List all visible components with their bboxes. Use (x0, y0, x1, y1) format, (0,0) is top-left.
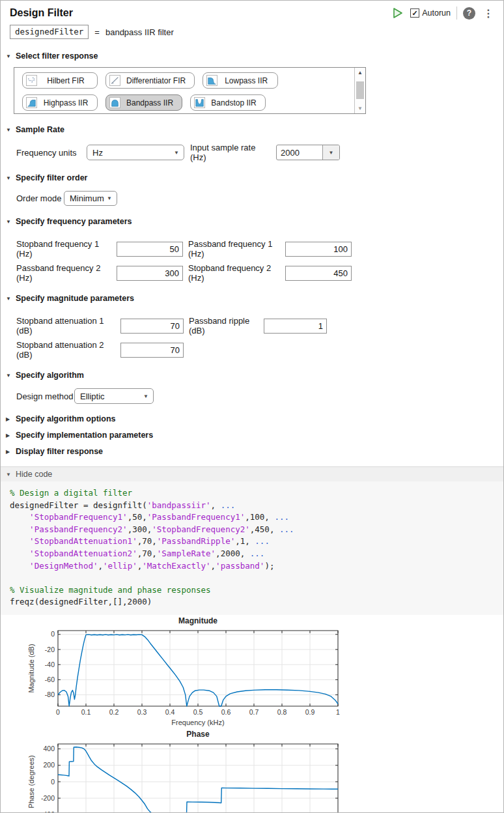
scroll-up-icon[interactable]: ▲ (357, 68, 363, 78)
task-header: Design Filter ✓ Autorun ? ⋮ (1, 1, 503, 21)
svg-text:-60: -60 (45, 676, 55, 683)
collapse-triangle-icon: ▶ (6, 416, 12, 422)
stopband-frequency-2-label: Stopband frequency 2 (Hz) (188, 263, 285, 283)
svg-text:0.8: 0.8 (277, 708, 287, 716)
collapse-triangle-icon: ▼ (6, 472, 12, 478)
filter-response-gallery: Hilbert FIR Differentiator FIR Lowpass I… (14, 67, 366, 114)
collapse-triangle-icon: ▼ (6, 175, 12, 181)
section-display-filter-response[interactable]: ▶ Display filter response (1, 447, 503, 456)
design-method-label: Design method (16, 392, 74, 401)
question-icon: ? (467, 8, 471, 18)
output-variable-row: designedFilter = bandpass IIR filter (1, 21, 503, 40)
scroll-down-icon[interactable]: ▼ (357, 104, 363, 113)
collapse-triangle-icon: ▼ (6, 296, 12, 302)
svg-text:Magnitude (dB): Magnitude (dB) (27, 644, 35, 692)
collapse-triangle-icon: ▶ (6, 449, 12, 455)
order-mode-label: Order mode (16, 193, 64, 203)
stopband-attenuation-1-label: Stopband attenuation 1 (dB) (16, 316, 120, 335)
section-algorithm-options[interactable]: ▶ Specify algorithm options (1, 414, 503, 423)
gallery-item-lowpass-iir[interactable]: Lowpass IIR (203, 72, 278, 89)
frequency-units-label: Frequency units (16, 148, 87, 158)
design-method-dropdown[interactable]: Elliptic ▼ (74, 388, 154, 404)
svg-text:-40: -40 (45, 661, 55, 668)
hide-code-toggle[interactable]: ▼ Hide code (1, 466, 503, 481)
section-select-filter-response[interactable]: ▼ Select filter response (1, 51, 503, 61)
section-title: Specify frequency parameters (16, 217, 132, 226)
gallery-scrollbar[interactable]: ▲ ▼ (354, 68, 365, 113)
lowpass-iir-icon (206, 75, 217, 86)
bandpass-iir-icon (109, 97, 120, 108)
stopband-frequency-2-field[interactable] (285, 266, 352, 281)
stopband-frequency-1-field[interactable] (117, 242, 183, 257)
svg-text:-80: -80 (45, 691, 55, 698)
combobox-arrow-button[interactable]: ▼ (322, 145, 339, 160)
bandstop-iir-icon (194, 97, 205, 108)
play-icon (392, 7, 404, 19)
section-specify-algorithm[interactable]: ▼ Specify algorithm (1, 371, 503, 380)
svg-text:Phase: Phase (186, 730, 210, 739)
generated-code-block[interactable]: % Design a digital filterdesignedFilter … (1, 481, 503, 615)
passband-frequency-1-label: Passband frequency 1 (Hz) (188, 239, 285, 259)
svg-text:0.1: 0.1 (81, 708, 91, 716)
stopband-attenuation-2-field[interactable] (120, 343, 184, 358)
section-title: Sample Rate (16, 125, 64, 134)
svg-text:-200: -200 (41, 794, 55, 802)
svg-text:-20: -20 (45, 645, 55, 653)
svg-text:Phase (degrees): Phase (degrees) (27, 755, 35, 808)
svg-text:0.9: 0.9 (305, 708, 315, 716)
section-filter-order[interactable]: ▼ Specify filter order (1, 173, 503, 182)
svg-text:Magnitude: Magnitude (178, 616, 217, 625)
chevron-down-icon: ▼ (107, 195, 112, 201)
autorun-checkbox[interactable]: ✓ (410, 8, 419, 18)
hide-code-label: Hide code (16, 470, 52, 479)
section-title: Display filter response (16, 447, 103, 456)
gallery-item-highpass-iir[interactable]: Highpass IIR (22, 94, 98, 111)
section-title: Specify algorithm options (16, 414, 116, 423)
phase-chart: PhasePhase (degrees)00.10.20.30.40.50.60… (27, 728, 503, 813)
chevron-down-icon: ▼ (143, 393, 148, 399)
svg-text:0: 0 (51, 630, 55, 638)
page-title: Design Filter (10, 7, 73, 19)
stopband-attenuation-1-field[interactable] (120, 319, 184, 334)
filter-description: bandpass IIR filter (105, 27, 174, 37)
svg-text:Frequency (kHz): Frequency (kHz) (171, 719, 224, 726)
section-title: Specify filter order (16, 173, 87, 182)
differentiator-fir-icon (109, 75, 120, 86)
collapse-triangle-icon: ▼ (6, 53, 12, 59)
section-frequency-parameters[interactable]: ▼ Specify frequency parameters (1, 217, 503, 226)
section-magnitude-parameters[interactable]: ▼ Specify magnitude parameters (1, 294, 503, 303)
gallery-item-bandpass-iir[interactable]: Bandpass IIR (105, 94, 182, 111)
help-button[interactable]: ? (463, 7, 475, 20)
section-title: Select filter response (16, 51, 98, 61)
passband-ripple-field[interactable] (264, 319, 327, 334)
input-sample-rate-combobox[interactable]: 2000 ▼ (276, 145, 340, 160)
svg-text:0.6: 0.6 (221, 708, 231, 716)
scrollbar-thumb[interactable] (356, 81, 364, 99)
section-title: Specify magnitude parameters (16, 294, 134, 303)
section-implementation-parameters[interactable]: ▶ Specify implementation parameters (1, 431, 503, 440)
run-button[interactable] (391, 7, 404, 20)
section-title: Specify algorithm (16, 371, 84, 380)
svg-text:-400: -400 (41, 810, 55, 813)
stopband-attenuation-2-label: Stopband attenuation 2 (dB) (16, 340, 120, 360)
svg-text:1: 1 (336, 708, 340, 716)
svg-text:0.3: 0.3 (137, 708, 147, 716)
section-sample-rate[interactable]: ▼ Sample Rate (1, 125, 503, 134)
passband-frequency-2-field[interactable] (117, 266, 183, 281)
output-variable-field[interactable]: designedFilter (10, 25, 89, 39)
order-mode-dropdown[interactable]: Minimum ▼ (64, 191, 117, 206)
magnitude-chart: MagnitudeMagnitude (dB)00.10.20.30.40.50… (27, 615, 503, 728)
passband-frequency-2-label: Passband frequency 2 (Hz) (16, 263, 117, 283)
options-menu-button[interactable]: ⋮ (481, 7, 496, 20)
gallery-item-differentiator-fir[interactable]: Differentiator FIR (105, 72, 195, 89)
header-divider (456, 7, 457, 20)
svg-text:0: 0 (56, 708, 60, 716)
gallery-item-bandstop-iir[interactable]: Bandstop IIR (190, 94, 266, 111)
section-title: Specify implementation parameters (16, 431, 153, 440)
collapse-triangle-icon: ▼ (6, 127, 12, 133)
passband-frequency-1-field[interactable] (285, 242, 352, 257)
gallery-item-hilbert-fir[interactable]: Hilbert FIR (22, 72, 98, 89)
filter-response-plots: MagnitudeMagnitude (dB)00.10.20.30.40.50… (1, 615, 503, 813)
svg-text:0.2: 0.2 (109, 708, 119, 716)
frequency-units-dropdown[interactable]: Hz ▼ (87, 145, 184, 160)
